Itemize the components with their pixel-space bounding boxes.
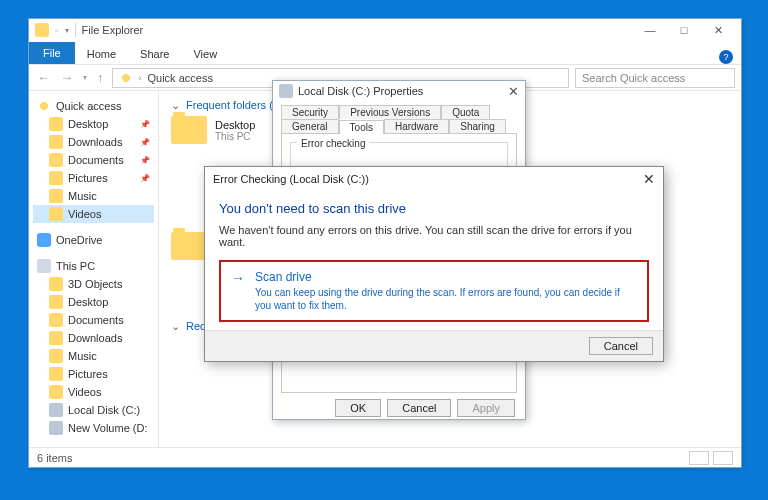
tree-pc-pictures[interactable]: Pictures <box>33 365 154 383</box>
folder-icon <box>49 331 63 345</box>
close-icon[interactable]: ✕ <box>643 171 655 187</box>
tab-tools[interactable]: Tools <box>339 120 384 134</box>
search-input[interactable]: Search Quick access <box>575 68 735 88</box>
ribbon: File Home Share View ? <box>29 41 741 65</box>
forward-button[interactable]: → <box>58 70 75 85</box>
close-icon[interactable]: ✕ <box>508 84 519 99</box>
folder-icon <box>171 116 207 144</box>
tab-sharing[interactable]: Sharing <box>449 119 505 133</box>
pin-icon: 📌 <box>140 174 150 183</box>
error-checking-dialog: Error Checking (Local Disk (C:)) ✕ You d… <box>204 166 664 362</box>
dialog-title: Error Checking (Local Disk (C:)) <box>213 173 369 185</box>
pin-icon: 📌 <box>140 138 150 147</box>
tree-local-disk-c[interactable]: Local Disk (C:) <box>33 401 154 419</box>
disk-icon <box>49 421 63 435</box>
qat-icon: ▫ <box>55 25 59 36</box>
folder-icon <box>49 349 63 363</box>
help-icon[interactable]: ? <box>719 50 733 64</box>
tab-hardware[interactable]: Hardware <box>384 119 449 133</box>
tree-pc-downloads[interactable]: Downloads <box>33 329 154 347</box>
tree-onedrive[interactable]: OneDrive <box>33 231 154 249</box>
chevron-right-icon: › <box>139 73 142 83</box>
item-count: 6 items <box>37 452 72 464</box>
folder-icon <box>171 232 207 260</box>
ribbon-tab-home[interactable]: Home <box>75 44 128 64</box>
details-view-button[interactable] <box>689 451 709 465</box>
address-text: Quick access <box>148 72 213 84</box>
folder-icon <box>49 207 63 221</box>
tree-videos[interactable]: Videos <box>33 205 154 223</box>
file-menu[interactable]: File <box>29 42 75 64</box>
cancel-button[interactable]: Cancel <box>387 399 451 417</box>
chevron-down-icon: ⌄ <box>171 99 180 111</box>
disk-icon <box>49 403 63 417</box>
group-title: Error checking <box>297 138 369 149</box>
tree-desktop[interactable]: Desktop📌 <box>33 115 154 133</box>
pin-icon: 📌 <box>140 156 150 165</box>
folder-icon <box>49 313 63 327</box>
tree-music[interactable]: Music <box>33 187 154 205</box>
back-button[interactable]: ← <box>35 70 52 85</box>
tree-pc-documents[interactable]: Documents <box>33 311 154 329</box>
chevron-down-icon: ⌄ <box>171 320 180 332</box>
tree-pc-music[interactable]: Music <box>33 347 154 365</box>
error-checking-titlebar[interactable]: Error Checking (Local Disk (C:)) ✕ <box>205 167 663 191</box>
pin-icon: 📌 <box>140 120 150 129</box>
tree-pc-videos[interactable]: Videos <box>33 383 154 401</box>
maximize-button[interactable]: □ <box>667 20 701 40</box>
folder-icon <box>49 171 63 185</box>
minimize-button[interactable]: — <box>633 20 667 40</box>
qat-dropdown-icon[interactable]: ▾ <box>65 26 69 35</box>
close-button[interactable]: ✕ <box>701 20 735 40</box>
disk-icon <box>279 84 293 98</box>
tab-quota[interactable]: Quota <box>441 105 490 119</box>
dialog-heading: You don't need to scan this drive <box>219 201 649 216</box>
apply-button[interactable]: Apply <box>457 399 515 417</box>
arrow-right-icon: → <box>231 270 245 312</box>
recent-dropdown-icon[interactable]: ▾ <box>81 73 89 82</box>
ribbon-tab-share[interactable]: Share <box>128 44 181 64</box>
tree-documents[interactable]: Documents📌 <box>33 151 154 169</box>
scan-drive-desc: You can keep using the drive during the … <box>255 286 637 312</box>
folder-icon <box>35 23 49 37</box>
tree-downloads[interactable]: Downloads📌 <box>33 133 154 151</box>
folder-icon <box>49 295 63 309</box>
tab-previous-versions[interactable]: Previous Versions <box>339 105 441 119</box>
scan-drive-option[interactable]: → Scan drive You can keep using the driv… <box>219 260 649 322</box>
tab-security[interactable]: Security <box>281 105 339 119</box>
folder-icon <box>49 117 63 131</box>
window-title: File Explorer <box>82 24 144 36</box>
folder-icon <box>49 277 63 291</box>
tree-3dobjects[interactable]: 3D Objects <box>33 275 154 293</box>
tree-new-volume-d[interactable]: New Volume (D: <box>33 419 154 437</box>
separator <box>75 23 76 37</box>
tree-pictures[interactable]: Pictures📌 <box>33 169 154 187</box>
quick-access-icon <box>119 71 133 85</box>
dialog-text: We haven't found any errors on this driv… <box>219 224 649 248</box>
properties-titlebar[interactable]: Local Disk (C:) Properties ✕ <box>273 81 525 101</box>
cloud-icon <box>37 233 51 247</box>
folder-icon <box>49 189 63 203</box>
ok-button[interactable]: OK <box>335 399 381 417</box>
tab-general[interactable]: General <box>281 119 339 133</box>
up-button[interactable]: ↑ <box>95 70 106 85</box>
star-icon <box>37 99 51 113</box>
explorer-titlebar[interactable]: ▫ ▾ File Explorer — □ ✕ <box>29 19 741 41</box>
cancel-button[interactable]: Cancel <box>589 337 653 355</box>
thumbnails-view-button[interactable] <box>713 451 733 465</box>
properties-title: Local Disk (C:) Properties <box>298 85 423 97</box>
nav-tree[interactable]: Quick access Desktop📌 Downloads📌 Documen… <box>29 91 159 447</box>
folder-icon <box>49 385 63 399</box>
status-bar: 6 items <box>29 447 741 467</box>
search-placeholder: Search Quick access <box>582 72 685 84</box>
folder-icon <box>49 135 63 149</box>
folder-icon <box>49 367 63 381</box>
tree-quick-access[interactable]: Quick access <box>33 97 154 115</box>
scan-drive-title: Scan drive <box>255 270 637 284</box>
tree-pc-desktop[interactable]: Desktop <box>33 293 154 311</box>
tree-thispc[interactable]: This PC <box>33 257 154 275</box>
folder-icon <box>49 153 63 167</box>
pc-icon <box>37 259 51 273</box>
ribbon-tab-view[interactable]: View <box>181 44 229 64</box>
